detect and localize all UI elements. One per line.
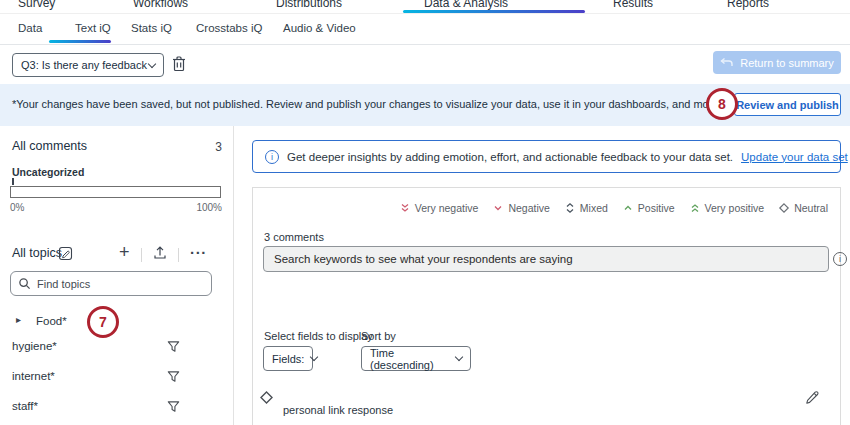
mixed-sentiment-icon xyxy=(564,202,576,214)
comment-source-label: personal link response xyxy=(283,404,393,416)
uncategorized-progress-bar xyxy=(10,186,221,198)
iq-tab-bar: Data Text iQ Stats iQ Crosstabs iQ Audio… xyxy=(0,14,850,45)
nav-item-survey[interactable]: Survey xyxy=(18,0,55,10)
chevron-up-icon xyxy=(622,202,634,214)
pencil-icon[interactable] xyxy=(804,390,820,407)
tab-text-iq[interactable]: Text iQ xyxy=(75,22,111,34)
question-selector-dropdown[interactable]: Q3: Is there any feedback you' xyxy=(12,53,164,77)
tab-audio-video[interactable]: Audio & Video xyxy=(283,22,356,34)
sort-dropdown-value: Time (descending) xyxy=(370,347,449,371)
legend-very-positive: Very positive xyxy=(689,202,765,214)
uncategorized-label: Uncategorized xyxy=(12,166,84,178)
legend-very-negative: Very negative xyxy=(399,202,479,214)
active-tab-underline xyxy=(49,40,111,43)
annotation-circle-8: 8 xyxy=(706,88,738,120)
update-data-set-link[interactable]: Update your data set xyxy=(741,151,848,163)
progress-min-label: 0% xyxy=(10,202,24,213)
chevron-down-icon xyxy=(148,59,156,67)
expand-caret-icon[interactable]: ▸ xyxy=(16,314,21,325)
sentiment-legend: Very negative Negative Mixed Positive Ve… xyxy=(399,202,828,214)
comments-count: 3 comments xyxy=(264,231,324,243)
sidebar-divider xyxy=(233,126,234,425)
select-fields-label: Select fields to display xyxy=(264,330,373,342)
question-selector-value: Q3: Is there any feedback you' xyxy=(21,59,149,71)
sort-by-label: Sort by xyxy=(361,330,396,342)
search-icon xyxy=(18,277,31,290)
fields-dropdown[interactable]: Fields: xyxy=(263,346,313,371)
publish-notice-message: *Your changes have been saved, but not p… xyxy=(12,98,722,110)
legend-positive: Positive xyxy=(622,202,675,214)
filter-funnel-icon[interactable] xyxy=(166,399,181,414)
uncategorized-bar-tick xyxy=(12,178,14,185)
all-comments-label[interactable]: All comments xyxy=(12,139,87,153)
all-comments-count: 3 xyxy=(198,140,222,154)
topic-item-hygiene[interactable]: hygiene* xyxy=(12,340,57,352)
find-topics-input[interactable] xyxy=(37,278,187,290)
nav-item-distributions[interactable]: Distributions xyxy=(276,0,342,10)
comments-panel xyxy=(252,187,841,425)
progress-max-label: 100% xyxy=(192,202,222,213)
edit-topics-icon[interactable] xyxy=(58,246,73,261)
chevron-down-icon xyxy=(492,202,504,214)
topic-item-food[interactable]: Food* xyxy=(36,315,67,327)
return-to-summary-label: Return to summary xyxy=(740,57,834,69)
keyword-search-input[interactable] xyxy=(263,246,829,272)
tab-crosstabs-iq[interactable]: Crosstabs iQ xyxy=(196,22,262,34)
info-icon: i xyxy=(265,150,279,164)
topic-item-staff[interactable]: staff* xyxy=(12,400,38,412)
toolbar-divider xyxy=(178,248,179,262)
filter-funnel-icon[interactable] xyxy=(166,369,181,384)
legend-neutral: Neutral xyxy=(778,202,828,214)
double-chevron-up-icon xyxy=(689,202,701,214)
insights-banner-text: Get deeper insights by adding emotion, e… xyxy=(287,151,733,163)
diamond-outline-icon xyxy=(778,202,790,214)
fields-dropdown-value: Fields: xyxy=(272,353,304,365)
annotation-circle-7: 7 xyxy=(87,306,119,338)
double-chevron-down-icon xyxy=(399,202,411,214)
tab-data[interactable]: Data xyxy=(18,22,42,34)
question-toolbar: Q3: Is there any feedback you' Return to… xyxy=(0,45,850,84)
top-navigation: Survey Workflows Distributions Data & An… xyxy=(0,0,850,14)
return-to-summary-button[interactable]: Return to summary xyxy=(713,51,841,74)
sort-dropdown[interactable]: Time (descending) xyxy=(361,346,471,371)
active-nav-underline xyxy=(403,10,585,13)
topic-item-internet[interactable]: internet* xyxy=(12,370,55,382)
toolbar-divider xyxy=(141,248,142,262)
tab-stats-iq[interactable]: Stats iQ xyxy=(131,22,172,34)
chevron-down-icon xyxy=(455,353,463,361)
find-topics-search[interactable] xyxy=(10,271,212,296)
insights-banner: i Get deeper insights by adding emotion,… xyxy=(252,140,841,173)
all-topics-label[interactable]: All topics xyxy=(12,246,62,260)
review-and-publish-button[interactable]: Review and publish xyxy=(734,93,841,116)
nav-item-workflows[interactable]: Workflows xyxy=(133,0,188,10)
return-arrow-icon xyxy=(720,57,734,68)
legend-negative: Negative xyxy=(492,202,549,214)
nav-item-results[interactable]: Results xyxy=(613,0,653,10)
trash-icon[interactable] xyxy=(171,55,189,75)
legend-mixed: Mixed xyxy=(564,202,608,214)
neutral-diamond-icon xyxy=(259,390,274,405)
nav-item-data-analysis[interactable]: Data & Analysis xyxy=(424,0,508,10)
nav-item-reports[interactable]: Reports xyxy=(727,0,769,10)
search-info-icon[interactable]: i xyxy=(833,252,847,266)
more-options-icon[interactable]: ... xyxy=(190,240,207,257)
add-topic-button[interactable]: + xyxy=(119,243,130,261)
upload-topics-icon[interactable] xyxy=(152,245,168,261)
filter-funnel-icon[interactable] xyxy=(166,339,181,354)
